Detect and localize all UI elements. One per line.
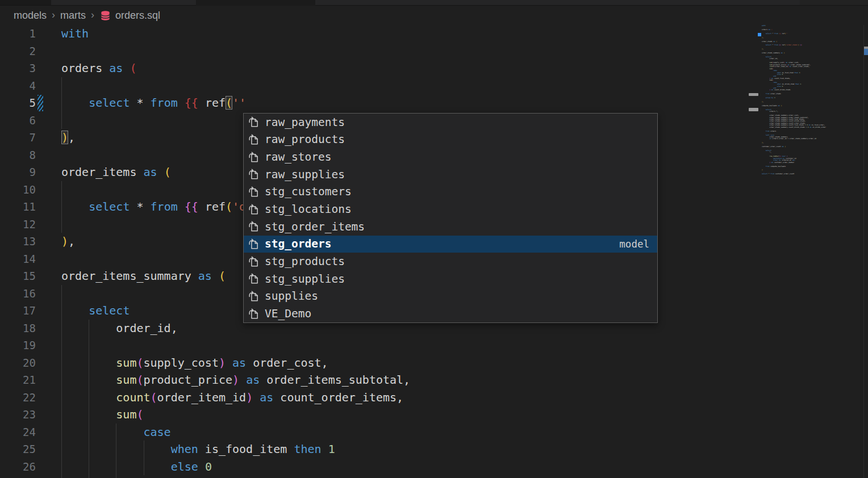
code-token bbox=[762, 93, 766, 95]
code-token: as bbox=[144, 165, 157, 179]
code-token: orders.order_id = order_items_summary.or… bbox=[771, 137, 816, 140]
code-token: ) bbox=[61, 234, 68, 248]
code-token: order_items bbox=[770, 93, 781, 95]
tab-strip-segment[interactable] bbox=[642, 0, 800, 6]
code-token: as bbox=[198, 269, 212, 283]
code-token: count_order_items, bbox=[273, 391, 403, 404]
code-token: , bbox=[763, 100, 764, 103]
code-token: * bbox=[130, 200, 150, 213]
suggestion-item[interactable]: stg_supplies bbox=[244, 270, 657, 288]
suggestion-item[interactable]: raw_stores bbox=[244, 148, 657, 166]
suggestion-item[interactable]: stg_order_items bbox=[244, 218, 657, 236]
suggestion-label: raw_stores bbox=[265, 150, 331, 163]
code-token bbox=[762, 161, 769, 163]
suggestion-item[interactable]: raw_supplies bbox=[244, 166, 657, 183]
suggestion-item[interactable]: stg_ordersmodel bbox=[244, 236, 657, 253]
suggestion-item[interactable]: stg_products bbox=[244, 253, 657, 270]
suggestion-item[interactable]: stg_customers bbox=[244, 183, 657, 201]
code-token: order_items bbox=[762, 40, 773, 43]
code-token: ( bbox=[136, 373, 143, 387]
code-line[interactable]: 25 when is_food_item then 1 bbox=[0, 441, 863, 458]
code-token: order_cost, bbox=[246, 356, 328, 370]
code-text: count(order_item_id) as count_order_item… bbox=[61, 389, 403, 406]
code-token bbox=[198, 460, 205, 473]
code-line[interactable]: 27 end bbox=[0, 475, 863, 478]
chevron-right-icon: › bbox=[52, 9, 55, 21]
code-text: sum(supply_cost) as order_cost, bbox=[61, 354, 328, 372]
code-token: ( bbox=[781, 104, 782, 107]
code-token: sum bbox=[116, 408, 136, 421]
indent-guide bbox=[61, 77, 62, 95]
breadcrumb-item-models[interactable]: models bbox=[14, 10, 47, 22]
indent-guide bbox=[61, 181, 62, 199]
tab-strip-segment[interactable] bbox=[465, 0, 642, 6]
code-token bbox=[226, 356, 232, 370]
code-token bbox=[61, 200, 89, 213]
snippet-file-icon bbox=[247, 307, 261, 321]
tab-strip-segment[interactable] bbox=[0, 0, 51, 6]
code-text: when is_food_item then 1 bbox=[61, 441, 335, 458]
line-number: 15 bbox=[0, 267, 36, 285]
code-line[interactable]: 5 select * from {{ ref('' bbox=[0, 94, 863, 112]
snippet-file-icon bbox=[247, 272, 261, 286]
code-token: case bbox=[144, 425, 171, 439]
code-token: is_drink_item bbox=[781, 83, 795, 85]
code-token: ) bbox=[762, 169, 763, 171]
code-token: 0 bbox=[205, 460, 212, 473]
code-token bbox=[212, 269, 219, 283]
code-token bbox=[178, 96, 185, 110]
line-number: 4 bbox=[0, 77, 36, 95]
breadcrumb-item-file[interactable]: orders.sql bbox=[99, 10, 160, 22]
code-token bbox=[762, 97, 766, 99]
breadcrumb: models › marts › orders.sql bbox=[0, 6, 868, 25]
code-line[interactable]: 2 bbox=[0, 43, 863, 60]
code-text: order_id, bbox=[61, 320, 178, 337]
breadcrumb-item-marts[interactable]: marts bbox=[60, 10, 86, 22]
line-number: 14 bbox=[0, 250, 36, 268]
code-token: count_order_items, bbox=[791, 65, 809, 68]
code-line[interactable]: 20 sum(supply_cost) as order_cost, bbox=[0, 354, 863, 372]
code-text: select bbox=[61, 302, 130, 320]
overview-ruler-modified-marker[interactable] bbox=[864, 49, 868, 55]
line-number: 22 bbox=[0, 389, 36, 406]
code-token: product_price bbox=[144, 373, 233, 387]
code-line[interactable]: 1with bbox=[0, 25, 863, 43]
code-token bbox=[762, 89, 769, 91]
indent-guide bbox=[89, 337, 89, 354]
line-number: 26 bbox=[0, 458, 36, 476]
code-token: supply_cost bbox=[144, 356, 219, 370]
code-token: is_food_item bbox=[198, 442, 294, 456]
suggestion-item[interactable]: raw_payments bbox=[244, 114, 657, 131]
suggestion-item[interactable]: raw_products bbox=[244, 131, 657, 149]
line-number: 8 bbox=[0, 146, 36, 164]
code-token: 0 bbox=[782, 85, 783, 87]
code-token bbox=[61, 425, 144, 439]
code-token: , bbox=[68, 234, 75, 248]
code-line[interactable]: 19 bbox=[0, 337, 863, 354]
tab-strip-segment[interactable] bbox=[51, 0, 196, 6]
code-line[interactable]: 24 case bbox=[0, 424, 863, 441]
code-token: group by bbox=[766, 97, 773, 99]
code-token bbox=[61, 96, 89, 110]
tab-strip-segment[interactable] bbox=[800, 0, 868, 6]
code-token: '' bbox=[232, 96, 246, 110]
code-token: orders.*, bbox=[762, 110, 778, 112]
suggestion-label: stg_locations bbox=[265, 203, 352, 216]
code-line[interactable]: 4 bbox=[0, 77, 863, 95]
minimap[interactable]: withorders as ( select * from {{ ref('')… bbox=[757, 25, 859, 478]
code-token bbox=[253, 391, 260, 404]
code-token bbox=[61, 442, 171, 456]
code-line[interactable]: 23 sum( bbox=[0, 406, 863, 424]
line-number: 1 bbox=[0, 25, 36, 43]
code-line[interactable]: 21 sum(product_price) as order_items_sub… bbox=[0, 371, 863, 389]
code-line[interactable]: 22 count(order_item_id) as count_order_i… bbox=[0, 389, 863, 406]
code-line[interactable]: 26 else 0 bbox=[0, 458, 863, 476]
suggestion-item[interactable]: supplies bbox=[244, 288, 657, 305]
code-token: with bbox=[762, 25, 766, 27]
suggestion-item[interactable]: stg_locations bbox=[244, 200, 657, 218]
code-line[interactable]: 3orders as ( bbox=[0, 60, 863, 77]
code-token: select bbox=[89, 304, 130, 317]
tab-strip-segment[interactable] bbox=[315, 0, 465, 6]
suggestion-item[interactable]: VE_Demo bbox=[244, 305, 657, 322]
indent-guide bbox=[61, 337, 62, 354]
